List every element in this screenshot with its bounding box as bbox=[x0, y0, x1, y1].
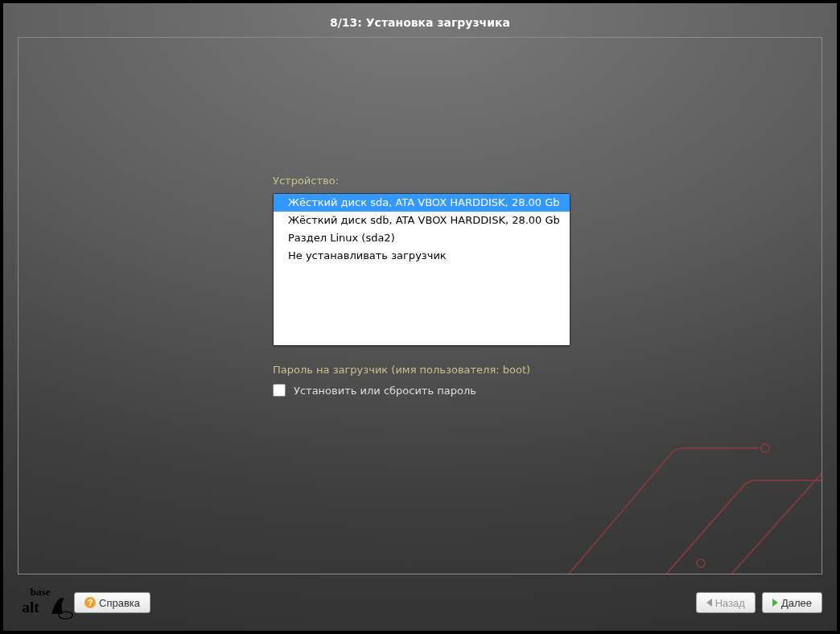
basealt-logo: base alt bbox=[18, 583, 74, 623]
content-frame: Устройство: Жёсткий диск sda, ATA VBOX H… bbox=[18, 37, 822, 574]
help-icon: ? bbox=[84, 597, 96, 608]
device-option[interactable]: Не устанавливать загрузчик bbox=[274, 247, 570, 265]
set-password-checkbox[interactable] bbox=[273, 384, 286, 397]
form-area: Устройство: Жёсткий диск sda, ATA VBOX H… bbox=[273, 175, 579, 397]
footer-nav: Назад Далее bbox=[696, 592, 822, 613]
installer-window: 8/13: Установка загрузчика Устройство: Ж… bbox=[3, 3, 837, 631]
back-button-label: Назад bbox=[715, 597, 745, 609]
next-button[interactable]: Далее bbox=[762, 592, 822, 613]
device-option[interactable]: Жёсткий диск sdb, ATA VBOX HARDDISK, 28.… bbox=[274, 212, 570, 229]
arrow-left-icon bbox=[706, 599, 712, 607]
device-option[interactable]: Жёсткий диск sda, ATA VBOX HARDDISK, 28.… bbox=[274, 194, 570, 212]
device-option[interactable]: Раздел Linux (sda2) bbox=[274, 229, 570, 247]
svg-point-0 bbox=[761, 444, 769, 452]
svg-text:alt: alt bbox=[22, 599, 39, 615]
set-password-checkbox-row[interactable]: Установить или сбросить пароль bbox=[273, 384, 579, 397]
set-password-checkbox-label: Установить или сбросить пароль bbox=[294, 385, 476, 397]
page-title: 8/13: Установка загрузчика bbox=[3, 3, 837, 37]
svg-point-1 bbox=[697, 559, 705, 567]
footer: base alt ? Справка Назад Далее bbox=[3, 574, 837, 631]
password-label: Пароль на загрузчик (имя пользователя: b… bbox=[273, 364, 579, 376]
back-button: Назад bbox=[696, 592, 756, 613]
svg-text:base: base bbox=[31, 586, 51, 598]
next-button-label: Далее bbox=[781, 597, 812, 609]
svg-point-4 bbox=[59, 611, 73, 619]
help-button-label: Справка bbox=[99, 597, 140, 609]
device-label: Устройство: bbox=[273, 175, 579, 187]
password-section: Пароль на загрузчик (имя пользователя: b… bbox=[273, 364, 579, 397]
arrow-right-icon bbox=[772, 599, 778, 607]
device-listbox[interactable]: Жёсткий диск sda, ATA VBOX HARDDISK, 28.… bbox=[273, 193, 570, 346]
help-button[interactable]: ? Справка bbox=[74, 592, 150, 613]
